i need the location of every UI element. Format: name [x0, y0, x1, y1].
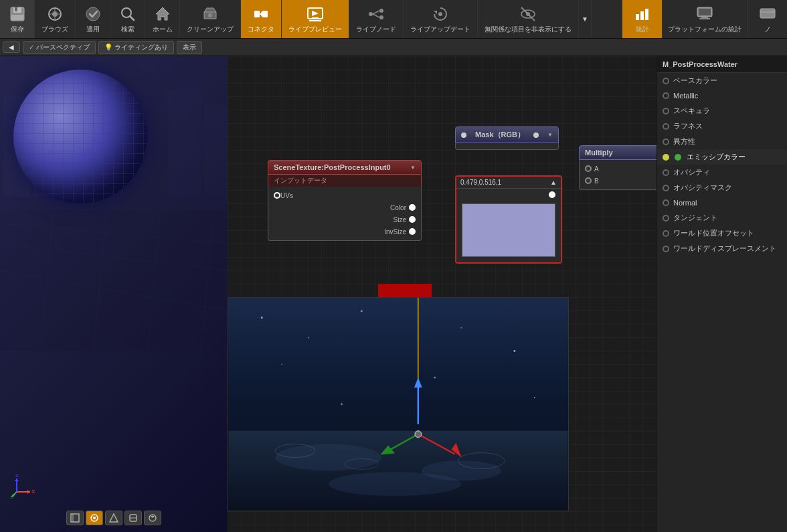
- mat-item-basecolor[interactable]: ベースカラー: [657, 73, 787, 88]
- vp-btn-4[interactable]: [124, 511, 142, 525]
- svg-marker-12: [156, 7, 169, 20]
- mask-dropdown[interactable]: ▼: [547, 132, 553, 138]
- home-label: ホーム: [153, 25, 173, 34]
- color-expand-btn[interactable]: ▲: [550, 179, 557, 186]
- multiply-node[interactable]: Multiply ▼ A B: [579, 145, 657, 190]
- node-label: ノ: [764, 25, 771, 34]
- normal-label: Normal: [673, 199, 697, 207]
- lighting-btn[interactable]: 💡 ライティングあり: [98, 41, 174, 54]
- multiply-header: Multiply ▼: [579, 145, 657, 160]
- toolbar-apply[interactable]: 適用: [76, 0, 110, 38]
- mask-output-pin[interactable]: [533, 132, 539, 138]
- multiply-b-input[interactable]: [585, 177, 592, 184]
- vp-btn-2[interactable]: [86, 511, 103, 525]
- connector-label: コネクタ: [248, 25, 274, 34]
- invsize-output-pin[interactable]: [409, 228, 416, 235]
- svg-point-86: [281, 363, 282, 365]
- mat-item-worlddisp[interactable]: ワールドディスプレースメント: [657, 241, 787, 256]
- viewport-mode-btn[interactable]: ◀: [3, 41, 20, 53]
- stats-icon: [634, 5, 651, 23]
- mat-item-worldposoffset[interactable]: ワールド位置オフセット: [657, 226, 787, 241]
- svg-rect-2: [15, 7, 17, 11]
- svg-point-28: [438, 12, 442, 16]
- mask-input-pin[interactable]: [461, 132, 466, 138]
- mask-rgb-node[interactable]: Mask（RGB） ▼: [455, 126, 559, 150]
- vp-btn-5[interactable]: [144, 511, 161, 525]
- svg-line-31: [521, 7, 535, 21]
- svg-rect-64: [71, 514, 79, 522]
- hide-dropdown-btn[interactable]: ▼: [579, 0, 592, 38]
- node-editor-panel[interactable]: SceneTexture:PostProcessInput0 ▼ インプットデー…: [228, 56, 657, 532]
- basecolor-pin: [663, 78, 669, 84]
- worldposoffset-label: ワールド位置オフセット: [673, 228, 754, 238]
- mat-item-metallic[interactable]: Metallic: [657, 88, 787, 103]
- multiply-title: Multiply: [585, 149, 613, 157]
- mat-item-anisotropy[interactable]: 異方性: [657, 134, 787, 149]
- svg-rect-21: [309, 20, 321, 21]
- toolbar-node[interactable]: ノ: [747, 0, 787, 38]
- color-value-label: 0.479,0.516,1: [460, 179, 501, 186]
- svg-marker-56: [27, 490, 30, 494]
- svg-point-87: [434, 377, 436, 379]
- toolbar-search[interactable]: 検索: [110, 0, 145, 38]
- multiply-b-label: B: [594, 177, 599, 185]
- toolbar-connector[interactable]: コネクタ: [241, 0, 282, 38]
- bottom-viewport-container: [228, 297, 569, 511]
- mat-item-opacitymask[interactable]: オパシティマスク: [657, 180, 787, 195]
- size-output-pin[interactable]: [409, 216, 416, 223]
- mat-item-roughness[interactable]: ラフネス: [657, 118, 787, 134]
- svg-text:Y: Y: [10, 497, 13, 499]
- toolbar-save[interactable]: 保存: [0, 0, 35, 38]
- mask-header: Mask（RGB） ▼: [455, 126, 559, 143]
- color-output-pin[interactable]: [409, 204, 416, 211]
- mat-item-tangent[interactable]: タンジェント: [657, 210, 787, 226]
- scene-texture-dropdown[interactable]: ▼: [410, 165, 416, 171]
- vp-btn-1[interactable]: [66, 511, 84, 525]
- mat-item-emissive[interactable]: エミッシブカラー: [657, 149, 787, 165]
- mat-item-normal[interactable]: Normal: [657, 195, 787, 210]
- uvs-label: UVs: [280, 192, 293, 199]
- display-btn[interactable]: 表示: [177, 41, 202, 54]
- worldposoffset-pin: [663, 230, 669, 237]
- platform-stats-icon: [696, 5, 713, 23]
- roughness-label: ラフネス: [673, 121, 703, 131]
- mat-item-opacity[interactable]: オパシティ: [657, 165, 787, 180]
- color-swatch[interactable]: [462, 203, 555, 257]
- color-constant-node[interactable]: 0.479,0.516,1 ▲: [455, 175, 562, 264]
- svg-marker-27: [434, 11, 437, 14]
- toolbar-liveupdate[interactable]: ライブアップデート: [404, 0, 478, 38]
- perspective-btn[interactable]: ✓ パースペクティブ: [23, 41, 96, 54]
- color-output-label: Color: [274, 204, 409, 211]
- livenode-icon: [367, 5, 385, 23]
- scene-texture-node[interactable]: SceneTexture:PostProcessInput0 ▼ インプットデー…: [268, 160, 422, 241]
- viewport-3d[interactable]: X Z Y: [0, 56, 228, 532]
- toolbar-stats[interactable]: 統計: [622, 0, 662, 38]
- bottom-viewport[interactable]: [228, 297, 569, 511]
- livepreview-label: ライブプレビュー: [288, 25, 342, 34]
- liveupdate-label: ライブアップデート: [410, 25, 470, 34]
- toolbar-platform-stats[interactable]: プラットフォームの統計: [662, 0, 747, 38]
- normal-pin: [663, 199, 669, 206]
- main-area: X Z Y: [0, 56, 787, 532]
- metallic-pin: [663, 92, 669, 99]
- svg-point-23: [379, 9, 383, 13]
- color-node-header: 0.479,0.516,1 ▲: [456, 177, 561, 189]
- toolbar-browse[interactable]: ブラウズ: [35, 0, 76, 38]
- search-label: 検索: [121, 25, 135, 34]
- multiply-a-input[interactable]: [585, 165, 592, 172]
- toolbar-home[interactable]: ホーム: [145, 0, 180, 38]
- toolbar-livenode[interactable]: ライブノード: [349, 0, 404, 38]
- lighting-label: ライティングあり: [114, 43, 168, 52]
- svg-point-84: [460, 327, 462, 329]
- toolbar-livepreview[interactable]: ライブプレビュー: [282, 0, 349, 38]
- svg-line-11: [130, 16, 134, 20]
- mat-item-specular[interactable]: スペキュラ: [657, 103, 787, 118]
- toolbar-hide[interactable]: 無関係な項目を非表示にする: [478, 0, 579, 38]
- svg-marker-58: [15, 478, 19, 481]
- uvs-input-pin[interactable]: [274, 192, 280, 199]
- color-output-pin-2[interactable]: [549, 191, 555, 198]
- vp-btn-3[interactable]: [105, 511, 122, 525]
- search-icon: [118, 5, 137, 23]
- toolbar-cleanup[interactable]: クリーンアップ: [180, 0, 241, 38]
- liveupdate-icon: [431, 5, 450, 23]
